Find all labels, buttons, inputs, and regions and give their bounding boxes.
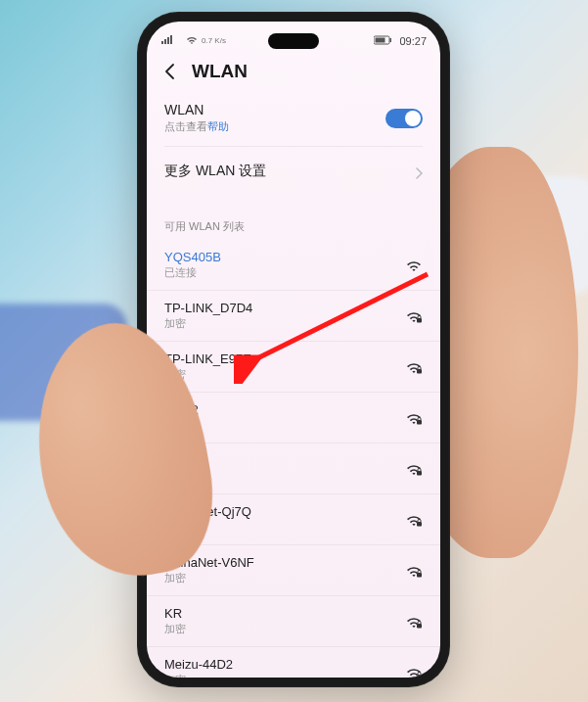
svg-rect-1 — [390, 38, 392, 42]
wifi-name: YQS2 — [164, 402, 199, 417]
wlan-toggle[interactable] — [385, 109, 423, 128]
wifi-name: TP-LINK_D7D4 — [164, 301, 252, 315]
more-settings-label: 更多 WLAN 设置 — [164, 163, 266, 180]
wlan-help[interactable]: 点击查看帮助 — [164, 119, 229, 134]
wifi-status: 加密 — [164, 317, 252, 331]
wifi-name: TP-LINK_E97E — [164, 351, 251, 366]
svg-rect-7 — [417, 522, 422, 527]
wifi-status: 加密 — [164, 623, 186, 636]
more-settings-row[interactable]: 更多 WLAN 设置 — [164, 147, 423, 196]
available-networks-header: 可用 WLAN 列表 — [147, 206, 440, 240]
wifi-row[interactable]: KR 加密 — [147, 596, 440, 647]
wifi-name: YQS405B — [164, 250, 221, 264]
svg-rect-9 — [417, 624, 422, 629]
wifi-signal-icon — [405, 462, 423, 476]
wifi-row[interactable]: 620 加密 — [147, 444, 440, 494]
wlan-toggle-section: WLAN 点击查看帮助 更多 WLAN 设置 — [147, 90, 440, 196]
wifi-status: 加密 — [164, 419, 199, 433]
wlan-toggle-row[interactable]: WLAN 点击查看帮助 — [164, 90, 423, 147]
wifi-name: Meizu-44D2 — [164, 657, 233, 672]
wifi-signal-icon — [405, 258, 423, 272]
svg-rect-5 — [417, 420, 422, 425]
wifi-row[interactable]: TP-LINK_D7D4 加密 — [147, 291, 440, 342]
wifi-row[interactable]: ChinaNet-Qj7Q 加密 — [147, 494, 440, 545]
wifi-name: 620 — [164, 453, 186, 468]
wifi-signal-icon — [405, 411, 423, 425]
svg-rect-10 — [417, 675, 422, 679]
svg-rect-6 — [417, 471, 422, 476]
wifi-row[interactable]: TP-LINK_E97E 加密 — [147, 342, 440, 393]
svg-rect-2 — [376, 38, 385, 43]
wifi-status: 已连接 — [164, 266, 221, 280]
wifi-signal-icon — [405, 309, 423, 323]
wifi-status: 加密 — [164, 572, 254, 585]
wifi-signal-icon — [405, 513, 423, 527]
wifi-signal-icon — [405, 666, 423, 679]
wifi-list: YQS405B 已连接 TP-LINK_D7D4 加密 TP-LINK_E97E… — [147, 240, 440, 678]
wifi-name: KR — [164, 606, 186, 621]
phone-frame: 0.7 K/s 09:27 WLAN WLAN 点击查看帮助 — [137, 12, 450, 687]
phone-screen: 0.7 K/s 09:27 WLAN WLAN 点击查看帮助 — [147, 22, 440, 678]
wifi-signal-icon — [405, 615, 423, 629]
wifi-signal-icon — [405, 360, 423, 374]
svg-rect-8 — [417, 573, 422, 578]
help-link[interactable]: 帮助 — [207, 120, 229, 132]
wifi-row[interactable]: YQS405B 已连接 — [147, 240, 440, 291]
signal-icon — [160, 35, 182, 47]
page-header: WLAN — [147, 53, 440, 90]
wifi-signal-icon — [405, 564, 423, 578]
section-divider — [147, 196, 440, 206]
wifi-name: ChinaNet-Qj7Q — [164, 504, 251, 519]
chevron-right-icon — [416, 165, 423, 177]
wifi-row[interactable]: Meizu-44D2 加密 — [147, 647, 440, 678]
background-prop — [0, 304, 127, 421]
wifi-status: 加密 — [164, 368, 251, 382]
net-speed: 0.7 K/s — [202, 37, 226, 45]
wlan-label: WLAN — [164, 102, 229, 117]
wifi-name: ChinaNet-V6NF — [164, 555, 254, 570]
page-title: WLAN — [192, 61, 248, 82]
wifi-row[interactable]: YQS2 加密 — [147, 393, 440, 444]
svg-rect-4 — [417, 369, 422, 374]
background-prop — [520, 176, 588, 294]
battery-icon — [374, 35, 393, 47]
camera-punch — [268, 33, 319, 49]
back-icon[interactable] — [160, 62, 180, 81]
wifi-status: 加密 — [164, 470, 186, 484]
wifi-row[interactable]: ChinaNet-V6NF 加密 — [147, 545, 440, 596]
clock: 09:27 — [399, 35, 427, 47]
wifi-status: 加密 — [164, 521, 251, 535]
svg-rect-3 — [417, 318, 422, 323]
wifi-status-icon — [186, 35, 198, 47]
wifi-status: 加密 — [164, 674, 233, 678]
